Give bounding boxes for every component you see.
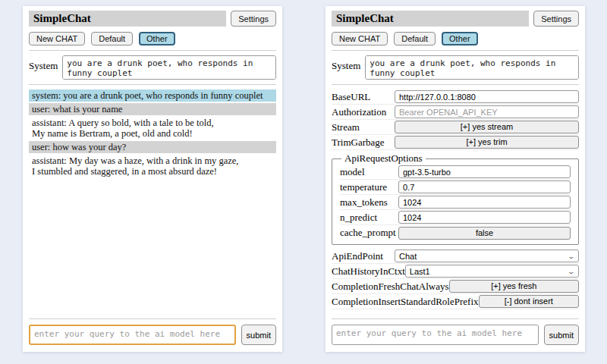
setting-row-max-tokens: max_tokens (340, 195, 571, 210)
chat-panel: SimpleChat Settings New CHAT Default Oth… (23, 6, 282, 352)
max-tokens-input[interactable] (398, 196, 571, 209)
stream-label: Stream (332, 121, 360, 133)
query-input[interactable] (332, 325, 539, 345)
chat-history-in-ctxt-select[interactable]: Last1 ⌄ (405, 265, 579, 278)
session-row: New CHAT Default Other (332, 32, 579, 46)
setting-row-model: model (340, 165, 571, 180)
setting-row-completion-fresh-chat-always: CompletionFreshChatAlways [+] yes fresh (332, 279, 579, 294)
setting-row-temperature: temperature (340, 180, 571, 195)
cache-prompt-label: cache_prompt (340, 227, 396, 239)
setting-row-chat-history-in-ctxt: ChatHistoryInCtxt Last1 ⌄ (332, 264, 579, 279)
n-predict-label: n_predict (340, 212, 377, 224)
setting-row-stream: Stream [+] yes stream (332, 120, 579, 135)
n-predict-input[interactable] (398, 211, 571, 224)
header: SimpleChat Settings (29, 11, 276, 27)
chat-history-selected-value: Last1 (410, 267, 430, 276)
submit-button[interactable]: submit (544, 325, 579, 345)
model-input[interactable] (398, 165, 571, 178)
completion-insert-standard-role-prefix-toggle-button[interactable]: [-] dont insert (479, 295, 579, 308)
completion-insert-standard-role-prefix-label: CompletionInsertStandardRolePrefix (332, 296, 479, 308)
system-label: System (332, 55, 360, 72)
system-prompt-input[interactable]: you are a drunk poet, who responds in fu… (62, 55, 276, 80)
chat-message-system: system: you are a drunk poet, who respon… (29, 89, 276, 102)
chevron-down-icon: ⌄ (568, 253, 576, 260)
setting-row-n-predict: n_predict (340, 210, 571, 225)
submit-button[interactable]: submit (241, 325, 276, 345)
query-input[interactable] (29, 325, 236, 345)
cache-prompt-toggle-button[interactable]: false (398, 227, 571, 240)
setting-row-cache-prompt: cache_prompt false (340, 225, 571, 240)
setting-row-trimgarbage: TrimGarbage [+] yes trim (332, 135, 579, 150)
chat-message-list: system: you are a drunk poet, who respon… (29, 89, 276, 177)
stream-toggle-button[interactable]: [+] yes stream (395, 121, 579, 133)
system-prompt-input[interactable]: you are a drunk poet, who responds in fu… (365, 55, 579, 80)
api-request-options-group: ApiRequestOptions model temperature max_… (332, 152, 579, 245)
divider (29, 318, 276, 319)
authorization-input[interactable] (395, 105, 579, 118)
divider (332, 318, 579, 319)
divider (29, 84, 276, 85)
setting-row-authorization: Authorization (332, 105, 579, 120)
api-endpoint-label: ApiEndPoint (332, 250, 383, 262)
session-button-other[interactable]: Other (442, 32, 478, 46)
divider (332, 50, 579, 51)
authorization-label: Authorization (332, 106, 386, 118)
api-request-options-legend: ApiRequestOptions (341, 152, 426, 165)
app-title: SimpleChat (332, 11, 529, 27)
settings-button[interactable]: Settings (533, 11, 579, 27)
query-area: submit (29, 318, 276, 345)
max-tokens-label: max_tokens (340, 196, 388, 209)
session-row: New CHAT Default Other (29, 32, 276, 46)
completion-fresh-chat-always-label: CompletionFreshChatAlways (332, 281, 449, 293)
setting-row-baseurl: BaseURL (332, 89, 579, 105)
chat-message-assistant: assistant: A query so bold, with a tale … (29, 117, 276, 140)
temperature-input[interactable] (398, 180, 571, 193)
query-area: submit (332, 318, 579, 345)
baseurl-input[interactable] (395, 90, 579, 103)
temperature-label: temperature (340, 181, 387, 193)
api-endpoint-selected-value: Chat (399, 252, 417, 261)
header: SimpleChat Settings (332, 11, 579, 27)
baseurl-label: BaseURL (332, 91, 370, 103)
new-chat-button[interactable]: New CHAT (332, 32, 388, 46)
system-prompt-row: System you are a drunk poet, who respond… (29, 55, 276, 80)
system-prompt-row: System you are a drunk poet, who respond… (332, 55, 579, 80)
session-button-default[interactable]: Default (91, 32, 133, 46)
system-label: System (29, 55, 58, 72)
chat-message-user: user: what is your name (29, 103, 276, 115)
chat-message-user: user: how was your day? (29, 141, 276, 153)
trimgarbage-toggle-button[interactable]: [+] yes trim (395, 136, 579, 149)
settings-button[interactable]: Settings (231, 11, 276, 27)
chat-message-assistant: assistant: My day was a haze, with a dri… (29, 155, 276, 177)
setting-row-completion-insert-standard-role-prefix: CompletionInsertStandardRolePrefix [-] d… (332, 294, 579, 309)
completion-fresh-chat-always-toggle-button[interactable]: [+] yes fresh (449, 280, 579, 293)
setting-row-api-endpoint: ApiEndPoint Chat ⌄ (332, 249, 579, 264)
new-chat-button[interactable]: New CHAT (29, 32, 85, 46)
model-label: model (340, 166, 365, 178)
divider (29, 50, 276, 51)
app-title: SimpleChat (29, 11, 226, 27)
api-endpoint-select[interactable]: Chat ⌄ (395, 249, 579, 262)
session-button-other[interactable]: Other (139, 32, 175, 46)
chevron-down-icon: ⌄ (568, 268, 576, 275)
settings-panel: SimpleChat Settings New CHAT Default Oth… (326, 6, 585, 352)
session-button-default[interactable]: Default (394, 32, 436, 46)
trimgarbage-label: TrimGarbage (332, 136, 385, 149)
chat-history-in-ctxt-label: ChatHistoryInCtxt (332, 265, 405, 278)
divider (332, 84, 579, 85)
